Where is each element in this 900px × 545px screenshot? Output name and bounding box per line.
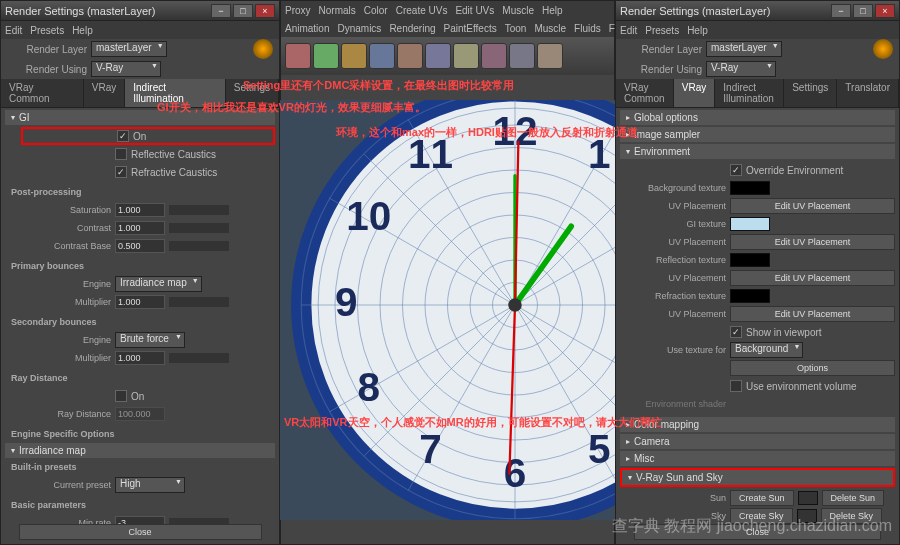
slider[interactable]	[169, 223, 229, 233]
minimize-button[interactable]: −	[211, 4, 231, 18]
annotation-4: VR太阳和VR天空，个人感觉不如MR的好用，可能设置不对吧，请大大们帮忙	[284, 415, 662, 430]
primary-mult-input[interactable]	[115, 295, 165, 309]
maya-menu-row2[interactable]: AnimationDynamicsRenderingPaintEffectsTo…	[281, 19, 614, 37]
right-titlebar[interactable]: Render Settings (masterLayer) − □ ×	[616, 1, 899, 21]
shelf-icon[interactable]	[397, 43, 423, 69]
clock-wireframe: 1212 345 678 91011	[290, 100, 615, 520]
camera-header[interactable]: Camera	[620, 434, 895, 449]
shelf-icon[interactable]	[425, 43, 451, 69]
global-options-header[interactable]: Global options	[620, 110, 895, 125]
svg-point-35	[508, 298, 522, 312]
sun-sky-header[interactable]: V-Ray Sun and Sky	[620, 468, 895, 487]
environment-header[interactable]: Environment	[620, 144, 895, 159]
shelf-icon[interactable]	[453, 43, 479, 69]
annotation-1: Setting里还有个DMC采样设置，在最终出图时比较常用	[243, 78, 514, 93]
maximize-button[interactable]: □	[853, 4, 873, 18]
shelf-icon[interactable]	[481, 43, 507, 69]
right-title: Render Settings (masterLayer)	[620, 5, 831, 17]
refr-texture-swatch[interactable]	[730, 289, 770, 303]
show-viewport-checkbox[interactable]	[730, 326, 742, 338]
shelf-icon[interactable]	[313, 43, 339, 69]
ray-on-checkbox[interactable]	[115, 390, 127, 402]
svg-text:10: 10	[346, 193, 391, 239]
tab-vray-common[interactable]: VRay Common	[1, 79, 84, 107]
maya-menu-row1[interactable]: ProxyNormalsColorCreate UVsEdit UVsMuscl…	[281, 1, 614, 19]
use-texture-dropdown[interactable]: Background	[730, 342, 803, 358]
slider[interactable]	[169, 353, 229, 363]
shelf-icon[interactable]	[509, 43, 535, 69]
viewport[interactable]: 1212 345 678 91011	[280, 100, 615, 520]
tab-vray[interactable]: VRay	[674, 79, 715, 107]
gi-on-checkbox[interactable]	[117, 130, 129, 142]
watermark: 查字典 教程网 jiaocheng.chazidian.com	[612, 516, 892, 537]
shelf-icon[interactable]	[369, 43, 395, 69]
slider[interactable]	[169, 297, 229, 307]
left-titlebar[interactable]: Render Settings (masterLayer) − □ ×	[1, 1, 279, 21]
options-button[interactable]: Options	[730, 360, 895, 376]
render-layer-dropdown[interactable]: masterLayer	[706, 41, 782, 57]
primary-engine-dropdown[interactable]: Irradiance map	[115, 276, 202, 292]
right-tabs: VRay Common VRay Indirect Illumination S…	[616, 79, 899, 108]
svg-text:5: 5	[588, 426, 611, 472]
close-button[interactable]: Close	[19, 524, 262, 540]
slider[interactable]	[169, 205, 229, 215]
close-button[interactable]: ×	[255, 4, 275, 18]
override-env-checkbox[interactable]	[730, 164, 742, 176]
saturation-input[interactable]	[115, 203, 165, 217]
tab-settings[interactable]: Settings	[784, 79, 837, 107]
svg-text:6: 6	[504, 450, 527, 496]
tab-vray-common[interactable]: VRay Common	[616, 79, 674, 107]
svg-text:9: 9	[335, 279, 358, 325]
shelf-icon[interactable]	[341, 43, 367, 69]
tab-indirect-illumination[interactable]: Indirect Illumination	[715, 79, 784, 107]
vray-logo-icon	[253, 39, 273, 59]
create-sun-button[interactable]: Create Sun	[730, 490, 794, 506]
env-volume-checkbox[interactable]	[730, 380, 742, 392]
slider[interactable]	[169, 241, 229, 251]
bg-texture-swatch[interactable]	[730, 181, 770, 195]
contrast-input[interactable]	[115, 221, 165, 235]
shelf-icon[interactable]	[537, 43, 563, 69]
tab-translator[interactable]: Translator	[837, 79, 899, 107]
image-sampler-header[interactable]: Image sampler	[620, 127, 895, 142]
edit-uv-button[interactable]: Edit UV Placement	[730, 306, 895, 322]
gi-on-row: On	[21, 127, 275, 145]
contrast-base-input[interactable]	[115, 239, 165, 253]
preset-dropdown[interactable]: High	[115, 477, 185, 493]
edit-uv-button[interactable]: Edit UV Placement	[730, 270, 895, 286]
gi-texture-swatch[interactable]	[730, 217, 770, 231]
maximize-button[interactable]: □	[233, 4, 253, 18]
reflective-caustics-checkbox[interactable]	[115, 148, 127, 160]
edit-uv-button[interactable]: Edit UV Placement	[730, 234, 895, 250]
refractive-caustics-checkbox[interactable]	[115, 166, 127, 178]
render-layer-label: Render Layer	[7, 44, 87, 55]
delete-sun-button[interactable]: Delete Sun	[822, 490, 885, 506]
irradiance-header[interactable]: Irradiance map	[5, 443, 275, 458]
secondary-mult-input[interactable]	[115, 351, 165, 365]
render-using-dropdown[interactable]: V-Ray	[91, 61, 161, 77]
left-menubar[interactable]: EditPresetsHelp	[1, 21, 279, 39]
left-title: Render Settings (masterLayer)	[5, 5, 211, 17]
shelf-icon[interactable]	[285, 43, 311, 69]
tab-vray[interactable]: VRay	[84, 79, 125, 107]
annotation-2: GI开关，相比我还是喜欢VR的灯光，效果更细腻丰富。	[157, 100, 426, 115]
render-using-label: Render Using	[7, 64, 87, 75]
misc-header[interactable]: Misc	[620, 451, 895, 466]
refl-texture-swatch[interactable]	[730, 253, 770, 267]
edit-uv-button[interactable]: Edit UV Placement	[730, 198, 895, 214]
svg-text:7: 7	[419, 426, 442, 472]
right-menubar[interactable]: EditPresetsHelp	[616, 21, 899, 39]
svg-text:8: 8	[357, 364, 380, 410]
secondary-engine-dropdown[interactable]: Brute force	[115, 332, 185, 348]
render-using-dropdown[interactable]: V-Ray	[706, 61, 776, 77]
shelf-toolbar[interactable]	[281, 37, 614, 75]
close-button[interactable]: ×	[875, 4, 895, 18]
render-layer-dropdown[interactable]: masterLayer	[91, 41, 167, 57]
ray-dist-input[interactable]	[115, 407, 165, 421]
annotation-3: 环境，这个和max的一样，HDRI贴图一般放入反射和折射通道	[336, 125, 638, 140]
minimize-button[interactable]: −	[831, 4, 851, 18]
vray-logo-icon	[873, 39, 893, 59]
